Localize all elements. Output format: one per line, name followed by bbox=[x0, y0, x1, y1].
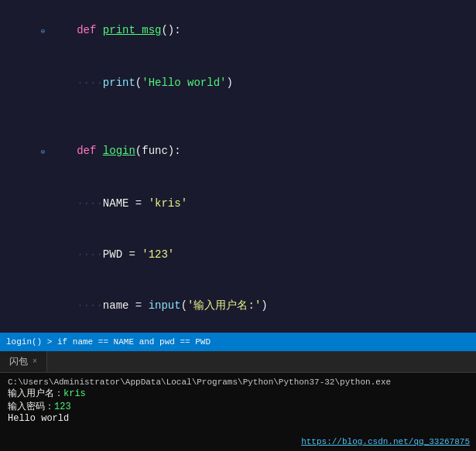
code-content-7: ····name = input('输入用户名:') bbox=[22, 280, 476, 331]
code-content-4: def login(func): bbox=[22, 125, 476, 176]
keyword-def-1: def bbox=[77, 24, 103, 36]
code-line-8: ····pwd = input('输入密码:') bbox=[0, 331, 476, 333]
code-line-5: ····NAME = 'kris' bbox=[0, 178, 476, 229]
gutter-4: ⊖ bbox=[0, 126, 22, 178]
terminal-close-icon[interactable]: × bbox=[33, 357, 37, 366]
str-123: '123' bbox=[142, 248, 174, 261]
code-line-6: ····PWD = '123' bbox=[0, 229, 476, 280]
terminal-tab-chibao[interactable]: 闪包 × bbox=[0, 351, 47, 372]
watermark-link: https://blog.csdn.net/qq_33267875 bbox=[301, 437, 470, 446]
paren-5: ): bbox=[168, 145, 181, 157]
str-hello: 'Hello world' bbox=[142, 77, 226, 89]
code-line-2: ····print('Hello world') bbox=[0, 57, 476, 108]
code-content-8: ····pwd = input('输入密码:') bbox=[22, 331, 476, 333]
status-bar: login() > if name == NAME and pwd == PWD bbox=[0, 333, 476, 351]
func-name-printmsg: print_msg bbox=[103, 24, 162, 36]
terminal-output: Hello world bbox=[8, 413, 468, 424]
paren-2: ( bbox=[135, 77, 142, 89]
gutter-1: ⊖ bbox=[0, 5, 22, 57]
var-name: name bbox=[103, 299, 135, 312]
terminal-tab-label: 闪包 bbox=[9, 355, 28, 368]
terminal-pwd-value: 123 bbox=[54, 401, 71, 412]
param-func: func bbox=[142, 145, 168, 157]
code-content-2: ····print('Hello world') bbox=[22, 57, 476, 108]
code-line-1: ⊖ def print_msg(): bbox=[0, 5, 476, 57]
terminal-line-username: 输入用户名：kris bbox=[8, 387, 468, 400]
terminal-username-value: kris bbox=[63, 388, 86, 399]
code-content-1: def print_msg(): bbox=[22, 5, 476, 56]
terminal-path: C:\Users\Administrator\AppData\Local\Pro… bbox=[8, 378, 468, 387]
code-content-6: ····PWD = '123' bbox=[22, 229, 476, 280]
var-PWD: PWD bbox=[103, 248, 129, 261]
terminal-content: C:\Users\Administrator\AppData\Local\Pro… bbox=[0, 373, 476, 429]
func-name-login: login bbox=[103, 145, 135, 157]
code-line-3 bbox=[0, 108, 476, 125]
str-username-prompt: '输入用户名:' bbox=[187, 299, 261, 312]
keyword-print-1: print bbox=[103, 77, 135, 89]
code-content-3 bbox=[22, 108, 476, 125]
keyword-def-2: def bbox=[77, 145, 103, 157]
paren-4: ( bbox=[135, 145, 142, 157]
breadcrumb: login() > if name == NAME and pwd == PWD bbox=[6, 337, 211, 347]
eq-2: = bbox=[128, 248, 142, 261]
terminal-area: 闪包 × C:\Users\Administrator\AppData\Loca… bbox=[0, 351, 476, 451]
eq-3: = bbox=[135, 299, 149, 312]
fold-icon-4[interactable]: ⊖ bbox=[41, 149, 45, 156]
code-line-7: ····name = input('输入用户名:') bbox=[0, 280, 476, 331]
paren-1: (): bbox=[161, 24, 180, 36]
keyword-input-1: input bbox=[149, 299, 181, 312]
editor-area: ⊖ def print_msg(): ····print('Hello worl… bbox=[0, 0, 476, 333]
terminal-username-label: 输入用户名： bbox=[8, 387, 63, 400]
fold-icon-1[interactable]: ⊖ bbox=[41, 28, 45, 36]
terminal-pwd-label: 输入密码： bbox=[8, 400, 54, 413]
code-line-4: ⊖ def login(func): bbox=[0, 125, 476, 178]
paren-3: ) bbox=[226, 77, 232, 89]
eq-1: = bbox=[135, 197, 149, 210]
terminal-tabs: 闪包 × bbox=[0, 351, 476, 373]
str-kris: 'kris' bbox=[149, 197, 187, 210]
var-NAME: NAME bbox=[103, 197, 135, 210]
paren-6: ( bbox=[181, 299, 187, 312]
code-content-5: ····NAME = 'kris' bbox=[22, 178, 476, 229]
paren-7: ) bbox=[261, 299, 267, 312]
terminal-line-pwd: 输入密码：123 bbox=[8, 400, 468, 413]
